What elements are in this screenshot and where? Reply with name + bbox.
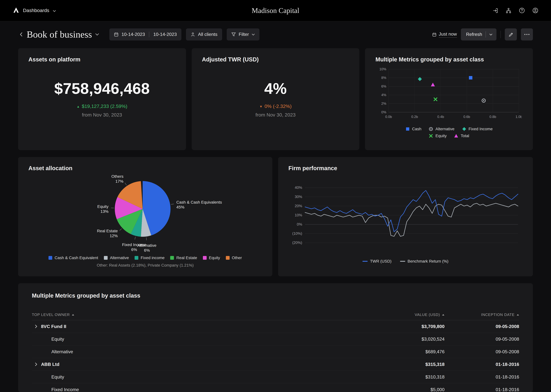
- firm-performance-card: Firm performance 40%30%20%10%0%(10%)(20%…: [278, 157, 533, 276]
- date-start: 10-14-2023: [122, 32, 145, 37]
- table-row-child: Fixed Income$5,00001-18-2016: [32, 383, 519, 392]
- kpi-row: Assets on platform $758,946,468 ▲ $19,12…: [0, 48, 551, 150]
- account-icon: [532, 7, 538, 14]
- delta-up-icon: ▲: [77, 105, 80, 108]
- inception-date: 09-05-2008: [445, 336, 519, 342]
- funnel-icon: [231, 32, 236, 37]
- svg-text:13%: 13%: [100, 209, 108, 214]
- assets-stat: $758,946,468 ▲ $19,127,233 (2.59%) from …: [28, 79, 175, 118]
- svg-text:0.4b: 0.4b: [438, 115, 444, 119]
- value-usd: $310,318: [387, 374, 445, 379]
- twr-value: 4%: [202, 79, 349, 97]
- person-icon: [191, 32, 195, 37]
- expand-chevron-icon[interactable]: [35, 325, 37, 328]
- table-row-group[interactable]: 8VC Fund II$3,709,80009-05-2008: [32, 320, 519, 333]
- svg-text:2%: 2%: [381, 102, 386, 105]
- refresh-label: Refresh: [466, 32, 482, 37]
- dashboard-toolbar: Book of business 10-14-2023 10-14-2023 A…: [0, 27, 551, 42]
- sort-asc-icon: [72, 314, 75, 315]
- legend-item-alternative: Alternative: [429, 126, 454, 131]
- divider: [486, 31, 486, 38]
- expand-chevron-icon[interactable]: [35, 363, 37, 366]
- svg-text:12%: 12%: [110, 234, 118, 238]
- hierarchy-icon: [506, 8, 511, 13]
- allocation-legend-cash-cash-equivalent: Cash & Cash Equivalent: [49, 255, 98, 260]
- chevron-down-icon: [95, 33, 99, 35]
- legend-item-cash: Cash: [405, 126, 421, 131]
- assets-from-date: from Nov 30, 2023: [28, 112, 175, 118]
- svg-text:20%: 20%: [295, 204, 302, 208]
- value-usd: $3,709,800: [387, 324, 445, 329]
- calendar-icon: [114, 32, 119, 37]
- svg-text:30%: 30%: [295, 195, 302, 199]
- svg-text:(10%): (10%): [292, 231, 302, 236]
- table-row-group[interactable]: ABB Ltd$315,31801-18-2016: [32, 358, 519, 371]
- allocation-legend-real-estate: Real Estate: [170, 255, 197, 260]
- card-title: Adjusted TWR (USD): [202, 56, 349, 63]
- adjusted-twr-card: Adjusted TWR (USD) 4% ▼ 0% (-2.32%) from…: [192, 48, 359, 150]
- svg-text:6%: 6%: [131, 247, 137, 252]
- owner-name: 8VC Fund II: [41, 324, 66, 329]
- dashboards-menu[interactable]: Dashboards: [13, 7, 56, 14]
- card-title: Assets on platform: [28, 56, 175, 63]
- svg-text:Cash & Cash Equivalents: Cash & Cash Equivalents: [176, 200, 222, 204]
- metrics-table-card: Multiple Metrics grouped by asset class …: [18, 283, 533, 392]
- dashboards-label: Dashboards: [23, 8, 49, 13]
- pencil-icon: [508, 32, 513, 37]
- last-updated[interactable]: Just now: [432, 31, 457, 37]
- edit-button[interactable]: [505, 28, 517, 41]
- line-chart[interactable]: 40%30%20%10%0%(10%)(20%): [288, 179, 523, 257]
- ellipsis-icon: [524, 34, 530, 35]
- svg-text:0.8b: 0.8b: [490, 115, 496, 119]
- inception-date: 09-05-2008: [445, 349, 519, 354]
- delta-down-icon: ▼: [259, 105, 263, 108]
- card-title: Multiple Metrics grouped by asset class: [376, 56, 523, 63]
- svg-text:0.0b: 0.0b: [385, 115, 392, 119]
- svg-text:Equity: Equity: [97, 204, 108, 209]
- assets-delta: ▲ $19,127,233 (2.59%): [28, 104, 175, 109]
- sort-asc-icon: [442, 314, 445, 315]
- allocation-legend-equity: Equity: [203, 255, 220, 260]
- filter-button[interactable]: Filter: [227, 28, 259, 41]
- owner-name: ABB Ltd: [41, 362, 59, 367]
- svg-text:40%: 40%: [295, 185, 302, 190]
- sign-in-icon: [492, 8, 498, 13]
- value-usd: $5,000: [387, 387, 445, 392]
- column-top-level-owner[interactable]: TOP LEVEL OWNER: [32, 313, 387, 317]
- svg-text:8%: 8%: [381, 76, 386, 80]
- hierarchy-button[interactable]: [506, 8, 511, 13]
- value-usd: $3,020,524: [387, 336, 445, 342]
- help-button[interactable]: [519, 7, 525, 14]
- back-button[interactable]: [18, 31, 24, 38]
- inception-date: 09-05-2008: [445, 324, 519, 329]
- pie-chart[interactable]: Cash & Cash Equivalents45%Alternative6%F…: [28, 172, 262, 255]
- table-header: TOP LEVEL OWNER VALUE (USD) INCEPTION DA…: [32, 309, 519, 320]
- share-export-button[interactable]: [492, 8, 498, 13]
- dashboard-title-menu[interactable]: Book of business: [27, 29, 99, 40]
- svg-text:6%: 6%: [144, 248, 150, 252]
- account-button[interactable]: [532, 7, 538, 14]
- table-row-child: Alternative$689,47609-05-2008: [32, 345, 519, 358]
- refresh-button[interactable]: Refresh: [461, 28, 496, 41]
- clients-filter-button[interactable]: All clients: [186, 28, 222, 41]
- more-options-button[interactable]: [521, 28, 533, 41]
- help-icon: [519, 7, 525, 14]
- column-value-usd[interactable]: VALUE (USD): [387, 313, 445, 317]
- toolbar-actions: Just now Refresh: [432, 28, 533, 41]
- owner-name: Equity: [51, 336, 64, 341]
- twr-from-date: from Nov 30, 2023: [202, 112, 349, 118]
- owner-name: Equity: [51, 374, 64, 379]
- divider: [149, 32, 149, 37]
- svg-text:10%: 10%: [295, 213, 302, 217]
- scatter-chart[interactable]: 0%2%4%6%8%10%0.0b0.2b0.4b0.6b0.8b1.0b: [376, 67, 523, 124]
- svg-text:Real Estate: Real Estate: [97, 229, 118, 233]
- date-range-picker[interactable]: 10-14-2023 10-14-2023: [110, 28, 181, 41]
- svg-text:(20%): (20%): [292, 240, 302, 245]
- inception-date: 01-18-2016: [445, 387, 519, 392]
- performance-legend-benchmark-return-: Benchmark Return (%): [400, 259, 448, 263]
- svg-text:Fixed Income: Fixed Income: [122, 243, 146, 247]
- chevron-down-icon[interactable]: [489, 34, 492, 35]
- svg-text:0.6b: 0.6b: [463, 115, 470, 119]
- sort-asc-icon: [516, 314, 519, 315]
- column-inception-date[interactable]: INCEPTION DATE: [445, 313, 519, 317]
